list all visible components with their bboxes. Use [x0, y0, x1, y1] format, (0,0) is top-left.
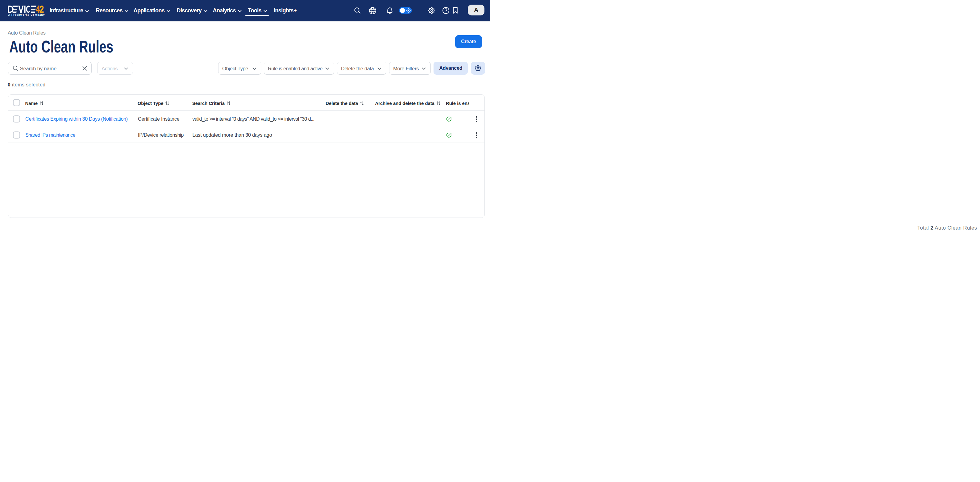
svg-text:42: 42: [35, 5, 43, 13]
